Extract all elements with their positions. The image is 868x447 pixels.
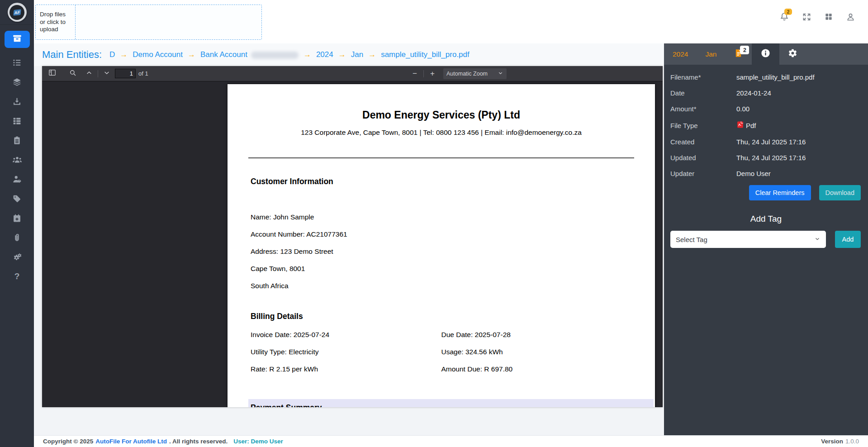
details-panel: 2024 Jan 2 bbox=[664, 43, 868, 435]
arrow-icon: → bbox=[368, 50, 376, 59]
add-tag-heading: Add Tag bbox=[670, 214, 862, 224]
user-menu-button[interactable] bbox=[846, 12, 855, 24]
sidebar-item-clipboard[interactable] bbox=[12, 135, 22, 145]
doc-line: Utility Type: Electricity bbox=[251, 348, 441, 356]
question-icon: ? bbox=[14, 271, 20, 281]
breadcrumb-link-account[interactable]: Demo Account bbox=[133, 50, 183, 59]
footer-brand-link[interactable]: AutoFile For Autofile Ltd bbox=[95, 438, 167, 445]
version-number: 1.0.0 bbox=[845, 438, 859, 445]
arrow-icon: → bbox=[338, 50, 346, 59]
clear-reminders-button[interactable]: Clear Reminders bbox=[749, 185, 811, 200]
doc-divider bbox=[248, 157, 634, 158]
sidebar-item-layers[interactable] bbox=[12, 77, 22, 87]
toolbar-divider bbox=[423, 70, 424, 77]
field-value: Demo User bbox=[736, 170, 771, 177]
logo-inner-circle: AF bbox=[9, 5, 24, 20]
field-row-created: Created Thu, 24 Jul 2025 17:16 bbox=[670, 134, 862, 150]
sidebar-item-help[interactable]: ? bbox=[14, 271, 20, 281]
app-logo[interactable]: AF bbox=[0, 0, 34, 25]
zoom-out-button[interactable]: − bbox=[408, 68, 421, 80]
field-row-amount: Amount* 0.00 bbox=[670, 101, 862, 117]
sidebar-item-settings[interactable] bbox=[12, 252, 22, 262]
field-label: Date bbox=[670, 89, 736, 97]
next-page-button[interactable] bbox=[100, 68, 113, 80]
field-row-updater: Updater Demo User bbox=[670, 166, 862, 181]
find-button[interactable] bbox=[66, 68, 79, 80]
users-icon bbox=[12, 155, 22, 165]
doc-line: Name: John Sample bbox=[251, 214, 632, 221]
doc-line: Invoice Date: 2025-07-24 bbox=[251, 331, 441, 338]
toggle-sidebar-button[interactable] bbox=[46, 68, 58, 80]
dropzone-input-area[interactable] bbox=[76, 5, 261, 39]
panel-tabs: 2024 Jan 2 bbox=[664, 43, 868, 65]
tab-files[interactable]: 2 bbox=[725, 43, 752, 65]
breadcrumb-link-entity[interactable]: D bbox=[109, 50, 115, 59]
sidebar-item-calendar-add[interactable] bbox=[12, 213, 22, 223]
previous-page-button[interactable] bbox=[83, 68, 95, 80]
download-button[interactable]: Download bbox=[819, 185, 861, 200]
file-dropzone[interactable]: Drop files or click to upload bbox=[35, 5, 262, 40]
clipboard-list-icon bbox=[12, 136, 22, 145]
fullscreen-button[interactable] bbox=[802, 12, 811, 24]
sidebar-toggle-icon bbox=[48, 68, 57, 79]
field-value: Thu, 24 Jul 2025 17:16 bbox=[736, 138, 806, 146]
field-label: Updated bbox=[670, 154, 736, 162]
cogs-icon bbox=[12, 252, 22, 262]
breadcrumb: Main Entities: D → Demo Account → Bank A… bbox=[42, 49, 470, 61]
field-label: Created bbox=[670, 138, 736, 146]
chevron-down-icon bbox=[814, 236, 821, 243]
arrow-icon: → bbox=[188, 50, 195, 59]
layers-icon bbox=[12, 77, 22, 87]
sidebar-item-user-tag[interactable] bbox=[12, 174, 22, 184]
sidebar-item-list[interactable] bbox=[12, 57, 22, 67]
tab-month[interactable]: Jan bbox=[697, 43, 725, 65]
sidebar-item-tag[interactable] bbox=[12, 194, 22, 204]
field-row-date: Date 2024-01-24 bbox=[670, 85, 862, 101]
apps-grid-button[interactable] bbox=[824, 12, 833, 23]
doc-subtitle: 123 Corporate Ave, Cape Town, 8001 | Tel… bbox=[228, 128, 655, 137]
field-label: Filename* bbox=[670, 73, 736, 81]
doc-line: Cape Town, 8001 bbox=[251, 265, 632, 272]
field-row-filename: Filename* sample_utility_bill_pro.pdf bbox=[670, 69, 862, 85]
doc-line: Due Date: 2025-07-28 bbox=[441, 331, 632, 338]
doc-billing-heading: Billing Details bbox=[251, 311, 632, 321]
tab-settings[interactable] bbox=[779, 43, 806, 65]
sidebar-item-users[interactable] bbox=[12, 155, 22, 165]
list-icon bbox=[12, 58, 22, 67]
zoom-in-button[interactable]: + bbox=[426, 68, 439, 80]
logo-glyph: AF bbox=[13, 9, 21, 16]
breadcrumb-link-bank-account[interactable]: Bank Account bbox=[200, 50, 299, 59]
pdf-page: Demo Energy Services (Pty) Ltd 123 Corpo… bbox=[228, 84, 655, 407]
tag-select[interactable]: Select Tag bbox=[670, 231, 826, 248]
tag-icon bbox=[12, 194, 22, 204]
sidebar-item-table[interactable] bbox=[12, 116, 22, 126]
tab-info[interactable] bbox=[752, 43, 779, 65]
field-row-updated: Updated Thu, 24 Jul 2025 17:16 bbox=[670, 150, 862, 166]
add-tag-button[interactable]: Add bbox=[835, 231, 861, 248]
zoom-level-select[interactable]: Automatic Zoom bbox=[443, 68, 507, 79]
tab-year[interactable]: 2024 bbox=[664, 43, 697, 65]
sidebar-item-archive[interactable] bbox=[5, 31, 30, 48]
field-value: Pdf bbox=[736, 121, 756, 130]
arrow-icon: → bbox=[304, 50, 311, 59]
pdf-toolbar: of 1 − + Automatic Zoom bbox=[42, 66, 663, 81]
app-root: AF bbox=[0, 0, 868, 447]
breadcrumb-link-file[interactable]: sample_utility_bill_pro.pdf bbox=[381, 50, 470, 59]
chevron-down-icon bbox=[498, 70, 503, 77]
arrow-icon: → bbox=[120, 50, 128, 59]
sidebar-item-attachments[interactable] bbox=[12, 233, 22, 243]
chevron-up-icon bbox=[85, 69, 93, 78]
sidebar-item-download[interactable] bbox=[12, 96, 22, 106]
breadcrumb-link-year[interactable]: 2024 bbox=[316, 50, 333, 59]
breadcrumb-bar: Main Entities: D → Demo Account → Bank A… bbox=[34, 43, 664, 66]
pdf-canvas[interactable]: Demo Energy Services (Pty) Ltd 123 Corpo… bbox=[42, 81, 663, 407]
billing-right-column: Due Date: 2025-07-28 Usage: 324.56 kWh A… bbox=[441, 331, 632, 373]
copyright-text: Copyright © 2025 bbox=[43, 438, 93, 445]
breadcrumb-link-month[interactable]: Jan bbox=[351, 50, 363, 59]
download-icon bbox=[12, 97, 22, 106]
page-count-label: of 1 bbox=[138, 70, 148, 77]
file-count-badge: 2 bbox=[740, 46, 749, 54]
page-number-input[interactable] bbox=[115, 69, 136, 78]
logo-badge: AF bbox=[8, 3, 27, 22]
notifications-button[interactable]: 2 bbox=[779, 12, 789, 24]
